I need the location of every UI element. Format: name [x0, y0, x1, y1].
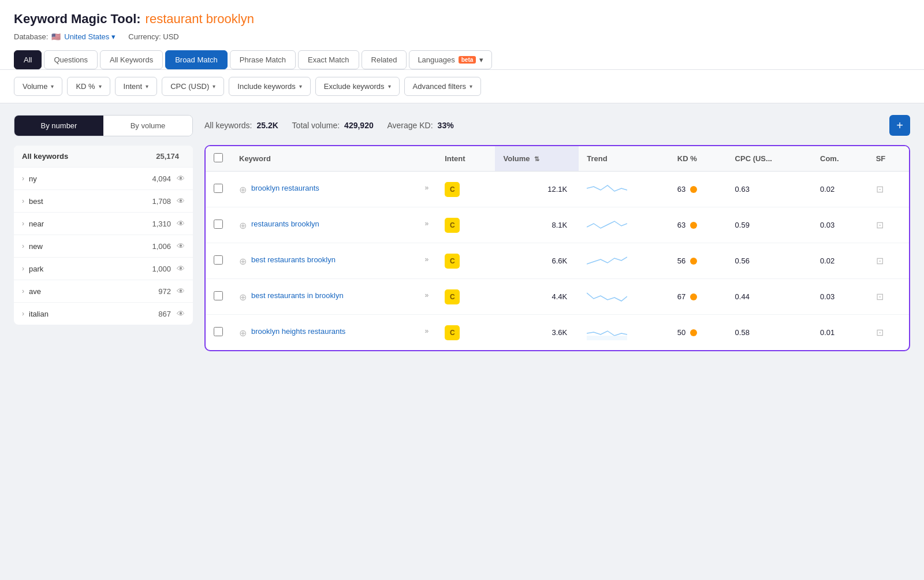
row1-intent-cell: C	[437, 172, 495, 207]
row4-trend-chart	[587, 287, 627, 304]
row1-checkbox[interactable]	[214, 184, 223, 193]
row3-kd-cell: 56	[669, 243, 727, 279]
tab-exact-match[interactable]: Exact Match	[298, 50, 359, 69]
by-volume-button[interactable]: By volume	[103, 116, 192, 136]
expand-italian-icon[interactable]: ›	[22, 310, 24, 318]
row1-keyword-link[interactable]: ⊕ brooklyn restaurants »	[239, 184, 429, 195]
expand-near-icon[interactable]: ›	[22, 220, 24, 228]
page-title-query: restaurant brooklyn	[146, 12, 254, 27]
th-cpc: CPC (US...	[727, 146, 812, 172]
row1-serp-icon[interactable]: ⊡	[876, 184, 884, 194]
filter-volume[interactable]: Volume ▾	[14, 77, 62, 96]
filter-intent[interactable]: Intent ▾	[115, 77, 158, 96]
sidebar-count-best: 1,708	[152, 197, 171, 206]
tab-all-keywords[interactable]: All Keywords	[100, 50, 163, 69]
sidebar-header-label: All keywords	[22, 152, 156, 161]
row1-keyword-name: brooklyn restaurants	[251, 184, 423, 192]
tab-languages[interactable]: Languages beta ▾	[409, 50, 492, 69]
row1-trend-cell	[579, 172, 669, 207]
row2-trend-cell	[579, 207, 669, 243]
sidebar-header-count: 25,174	[156, 152, 179, 161]
row2-sf-cell: ⊡	[868, 207, 909, 243]
expand-ny-icon[interactable]: ›	[22, 174, 24, 183]
row5-serp-icon[interactable]: ⊡	[876, 328, 884, 337]
page-wrapper: Keyword Magic Tool: restaurant brooklyn …	[0, 0, 924, 580]
sidebar-count-near: 1,310	[152, 220, 171, 228]
eye-best-icon[interactable]: 👁	[177, 196, 185, 206]
tab-phrase-match[interactable]: Phrase Match	[230, 50, 296, 69]
row2-volume-cell: 8.1K	[495, 207, 579, 243]
row1-intent-badge: C	[445, 182, 460, 197]
tab-all[interactable]: All	[14, 50, 42, 69]
row2-intent-badge: C	[445, 218, 460, 233]
sidebar-item-italian: › italian 867 👁	[14, 303, 193, 325]
row1-volume-cell: 12.1K	[495, 172, 579, 207]
row4-keyword-link[interactable]: ⊕ best restaurants in brooklyn »	[239, 291, 429, 303]
expand-best-icon[interactable]: ›	[22, 197, 24, 205]
row1-trend-chart	[587, 180, 627, 197]
beta-badge: beta	[459, 56, 476, 64]
tab-broad-match[interactable]: Broad Match	[165, 50, 228, 69]
row3-keyword-link[interactable]: ⊕ best restaurants brooklyn »	[239, 255, 429, 267]
row4-serp-icon[interactable]: ⊡	[876, 292, 884, 302]
row2-intent-cell: C	[437, 207, 495, 243]
eye-ny-icon[interactable]: 👁	[177, 174, 185, 183]
keywords-table-wrapper: Keyword Intent Volume ⇅ Trend	[204, 145, 910, 351]
row5-volume-cell: 3.6K	[495, 315, 579, 351]
tab-related[interactable]: Related	[362, 50, 407, 69]
select-all-checkbox[interactable]	[214, 153, 223, 162]
filter-kd[interactable]: KD % ▾	[67, 77, 110, 96]
row1-keyword-cell: ⊕ brooklyn restaurants »	[231, 172, 437, 207]
languages-chevron-icon: ▾	[479, 55, 483, 64]
row4-keyword-name: best restaurants in brooklyn	[251, 291, 423, 300]
intent-chevron-icon: ▾	[146, 83, 148, 90]
eye-near-icon[interactable]: 👁	[177, 219, 185, 228]
db-country-link[interactable]: United States ▾	[64, 32, 116, 41]
row4-arrows-icon: »	[425, 291, 429, 299]
row4-keyword-cell: ⊕ best restaurants in brooklyn »	[231, 279, 437, 315]
eye-italian-icon[interactable]: 👁	[177, 309, 185, 318]
eye-ave-icon[interactable]: 👁	[177, 287, 185, 296]
database-row: Database: 🇺🇸 United States ▾ Currency: U…	[14, 32, 910, 41]
filter-cpc[interactable]: CPC (USD) ▾	[162, 77, 224, 96]
th-volume[interactable]: Volume ⇅	[495, 146, 579, 172]
eye-new-icon[interactable]: 👁	[177, 241, 185, 251]
sidebar-item-park: › park 1,000 👁	[14, 258, 193, 280]
row3-checkbox[interactable]	[214, 255, 223, 265]
row2-checkbox[interactable]	[214, 220, 223, 229]
row5-checkbox[interactable]	[214, 327, 223, 336]
filter-exclude-keywords[interactable]: Exclude keywords ▾	[315, 77, 400, 96]
sidebar-count-new: 1,006	[152, 242, 171, 251]
kd-chevron-icon: ▾	[99, 83, 102, 90]
eye-park-icon[interactable]: 👁	[177, 264, 185, 273]
content-area: By number By volume All keywords 25,174 …	[0, 103, 924, 363]
row2-serp-icon[interactable]: ⊡	[876, 220, 884, 230]
row5-trend-cell	[579, 315, 669, 351]
svg-marker-0	[587, 336, 627, 340]
expand-ave-icon[interactable]: ›	[22, 287, 24, 295]
row1-com-cell: 0.02	[812, 172, 868, 207]
sidebar-count-italian: 867	[158, 310, 171, 318]
by-number-button[interactable]: By number	[14, 116, 103, 136]
row4-checkbox[interactable]	[214, 291, 223, 300]
sidebar-item-ave: › ave 972 👁	[14, 280, 193, 303]
row5-keyword-link[interactable]: ⊕ brooklyn heights restaurants »	[239, 327, 429, 339]
row3-serp-icon[interactable]: ⊡	[876, 256, 884, 266]
currency-label: Currency: USD	[128, 32, 178, 41]
total-volume-value: 429,920	[344, 121, 374, 130]
add-to-list-button[interactable]: +	[889, 115, 910, 136]
expand-new-icon[interactable]: ›	[22, 242, 24, 250]
row3-keyword-name: best restaurants brooklyn	[251, 255, 423, 264]
row2-keyword-link[interactable]: ⊕ restaurants brooklyn »	[239, 220, 429, 231]
row2-keyword-cell: ⊕ restaurants brooklyn »	[231, 207, 437, 243]
row1-cpc-cell: 0.63	[727, 172, 812, 207]
expand-park-icon[interactable]: ›	[22, 265, 24, 273]
row3-keyword-cell: ⊕ best restaurants brooklyn »	[231, 243, 437, 279]
filter-advanced[interactable]: Advanced filters ▾	[404, 77, 482, 96]
all-keywords-label: All keywords:	[204, 121, 252, 130]
languages-label: Languages	[418, 55, 454, 64]
flag-icon: 🇺🇸	[51, 32, 61, 41]
row4-kd-dot	[690, 293, 697, 300]
filter-include-keywords[interactable]: Include keywords ▾	[229, 77, 310, 96]
tab-questions[interactable]: Questions	[44, 50, 98, 69]
